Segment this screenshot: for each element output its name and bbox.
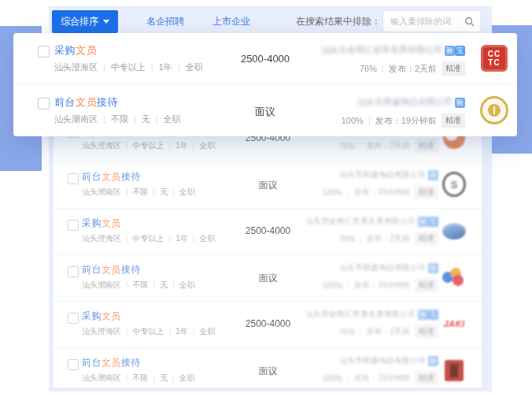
- company-verified-badges: 验: [428, 263, 438, 273]
- row-checkbox[interactable]: [38, 98, 50, 109]
- job-salary: 面议: [231, 365, 305, 378]
- job-salary: 面议: [231, 179, 305, 192]
- company-name[interactable]: 汕头市金韩汇世界名界有限公司: [305, 309, 416, 320]
- job-title[interactable]: 采购文员: [82, 310, 121, 323]
- job-stats: 76% | 发布：2天前 精准: [321, 61, 465, 76]
- match-tag: 精准: [441, 113, 465, 128]
- match-percent: 76%: [339, 328, 355, 336]
- job-right-block: 汕头市雨盛饰品有限公司 验 100% | 发布：19分钟前 精准: [342, 96, 465, 128]
- exclude-filter-box[interactable]: [382, 10, 481, 32]
- tab-listed-companies[interactable]: 上市企业: [212, 15, 250, 28]
- job-stats: 100% | 发布：19分钟前 精准: [323, 278, 438, 292]
- chevron-down-icon: [103, 20, 109, 24]
- job-title[interactable]: 前台文员接待: [82, 170, 141, 184]
- job-right-block: 汕头市雨盛饰品有限公司 验 100% | 发布：19分钟前 精准: [323, 262, 438, 292]
- row-checkbox[interactable]: [68, 173, 79, 184]
- company-name[interactable]: 汕头市雨盛饰品有限公司: [339, 355, 426, 366]
- job-title[interactable]: 采购文员: [82, 217, 121, 230]
- job-meta: 汕头潮南区|不限|无|全职: [82, 373, 195, 384]
- verified-badge-icon: 验: [418, 217, 428, 227]
- row-checkbox[interactable]: [68, 313, 79, 324]
- results-toolbar: 综合排序 名企招聘 上市企业 在搜索结果中排除：: [49, 6, 492, 36]
- row-checkbox[interactable]: [68, 359, 79, 370]
- job-row[interactable]: 前台文员接待 汕头潮南区|不限|无|全职 面议 汕头市雨盛饰品有限公司 验 10…: [54, 255, 482, 302]
- tab-famous-companies[interactable]: 名企招聘: [146, 15, 184, 28]
- job-meta: 汕头澄海区|中专以上|1年|全职: [54, 61, 203, 73]
- verified-badge-icon: 验: [428, 263, 438, 273]
- published-time: 发布：2天前: [366, 140, 410, 151]
- match-percent: 76%: [360, 64, 377, 73]
- job-row[interactable]: 前台文员接待 汕头潮南区|不限|无|全职 面议 汕头市雨盛饰品有限公司 验 10…: [13, 84, 517, 136]
- job-meta: 汕头澄海区|中专以上|1年|全职: [82, 326, 215, 337]
- verified-badge-icon: 验: [455, 98, 465, 108]
- match-tag: 精准: [441, 61, 465, 76]
- job-right-block: 汕头市金韩汇世界名界有限公司 验宝 76% | 发布：2天前 精准: [305, 309, 438, 339]
- verified-badge-icon: 验: [445, 46, 455, 56]
- job-salary: 2500-4000: [231, 318, 305, 329]
- company-logo[interactable]: S: [442, 173, 466, 196]
- job-salary: 面议: [226, 105, 305, 119]
- row-checkbox[interactable]: [68, 266, 79, 277]
- company-name[interactable]: 汕头市雨盛饰品有限公司: [339, 262, 426, 273]
- background-job-rows: 采购文员 汕头澄海区|中专以上|1年|全职 2500-4000 汕头市金韩汇世界…: [54, 116, 482, 388]
- job-row[interactable]: 前台文员接待 汕头潮南区|不限|无|全职 面议 汕头市雨盛饰品有限公司 验 10…: [54, 348, 482, 388]
- company-logo[interactable]: JAKI: [442, 312, 466, 336]
- company-logo[interactable]: [480, 96, 508, 124]
- company-logo[interactable]: [442, 219, 466, 243]
- match-percent: 100%: [323, 374, 343, 383]
- match-percent: 100%: [323, 281, 343, 290]
- job-row[interactable]: 采购文员 汕头澄海区|中专以上|1年|全职 2500-4000 汕头市金韩汇世界…: [54, 209, 482, 255]
- job-meta: 汕头澄海区|中专以上|1年|全职: [82, 140, 215, 151]
- job-meta: 汕头潮南区|不限|无|全职: [82, 280, 195, 291]
- published-time: 发布：19分钟前: [375, 115, 437, 127]
- job-title[interactable]: 前台文员接待: [54, 95, 118, 109]
- company-name[interactable]: 汕头市金韩汇世界名界有限公司: [305, 216, 416, 227]
- company-name[interactable]: 汕头市金韩汇世界名界有限公司: [321, 44, 442, 56]
- job-stats: 76% | 发布：2天前 精准: [305, 139, 438, 153]
- verified-badge-icon: 验: [428, 170, 438, 180]
- company-name[interactable]: 汕头市雨盛饰品有限公司: [357, 96, 453, 108]
- row-checkbox[interactable]: [68, 220, 79, 231]
- company-verified-badges: 验宝: [418, 217, 438, 227]
- job-row[interactable]: 采购文员 汕头澄海区|中专以上|1年|全职 2500-4000 汕头市金韩汇世界…: [54, 302, 482, 348]
- published-time: 发布：2天前: [389, 63, 437, 75]
- job-title[interactable]: 前台文员接待: [82, 263, 141, 276]
- match-percent: 76%: [339, 142, 355, 150]
- company-verified-badges: 验宝: [418, 310, 438, 320]
- published-time: 发布：19分钟前: [354, 187, 410, 198]
- match-percent: 100%: [323, 188, 343, 197]
- sort-button-label: 综合排序: [61, 15, 98, 28]
- published-time: 发布：2天前: [366, 233, 410, 244]
- job-row[interactable]: 前台文员接待 汕头潮南区|不限|无|全职 面议 汕头市雨盛饰品有限公司 验 10…: [54, 162, 482, 209]
- job-salary: 2500-4000: [231, 225, 305, 236]
- company-logo[interactable]: CCTC: [480, 44, 508, 72]
- job-stats: 100% | 发布：19分钟前 精准: [323, 185, 438, 199]
- job-right-block: 汕头市金韩汇世界名界有限公司 验宝 76% | 发布：2天前 精准: [305, 216, 438, 246]
- job-title[interactable]: 采购文员: [54, 43, 97, 58]
- match-tag: 精准: [415, 278, 438, 292]
- job-title[interactable]: 前台文员接待: [82, 356, 141, 369]
- match-tag: 精准: [415, 325, 438, 339]
- match-percent: 76%: [339, 235, 355, 243]
- exclude-filter-input[interactable]: [389, 16, 461, 27]
- match-percent: 100%: [342, 116, 364, 125]
- row-checkbox[interactable]: [38, 46, 50, 58]
- company-verified-badges: 验: [428, 170, 438, 180]
- company-logo[interactable]: [442, 358, 466, 382]
- exclude-filter-label: 在搜索结果中排除：: [296, 15, 381, 28]
- featured-card: 采购文员 汕头澄海区|中专以上|1年|全职 2500-4000 汕头市金韩汇世界…: [13, 33, 517, 136]
- company-logo[interactable]: [442, 265, 466, 289]
- match-tag: 精准: [415, 139, 438, 153]
- job-stats: 76% | 发布：2天前 精准: [305, 232, 438, 246]
- job-row[interactable]: 采购文员 汕头澄海区|中专以上|1年|全职 2500-4000 汕头市金韩汇世界…: [13, 33, 517, 84]
- company-name[interactable]: 汕头市雨盛饰品有限公司: [339, 169, 426, 180]
- sort-button[interactable]: 综合排序: [52, 10, 118, 33]
- search-icon[interactable]: [464, 17, 475, 27]
- published-time: 发布：19分钟前: [354, 373, 410, 384]
- company-verified-badges: 验宝: [445, 45, 465, 56]
- job-right-block: 汕头市金韩汇世界名界有限公司 验宝 76% | 发布：2天前 精准: [321, 44, 465, 76]
- verified-badge-icon: 验: [428, 356, 438, 366]
- job-meta: 汕头澄海区|中专以上|1年|全职: [82, 233, 215, 244]
- verified-badge-icon: 验: [418, 310, 428, 320]
- job-salary: 2500-4000: [226, 53, 305, 65]
